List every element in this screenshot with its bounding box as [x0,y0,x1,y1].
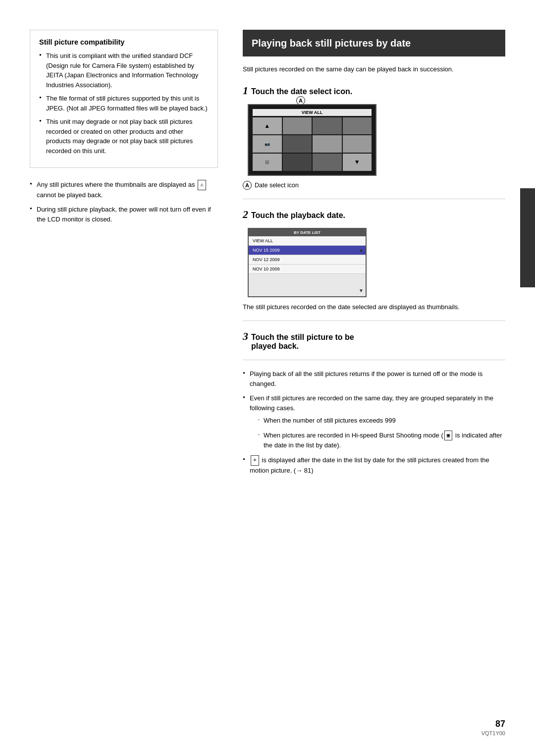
sub-note-2: When pictures are recorded in Hi-speed B… [258,431,505,450]
page-footer: 87 VQT1Y00 [482,719,505,736]
section-intro: Still pictures recorded on the same day … [243,64,505,74]
page-code: VQT1Y00 [482,730,505,736]
step-3-title: Touch the still picture to beplayed back… [251,333,354,351]
left-column: Still picture compatibility This unit is… [30,30,238,726]
thumb-nav-up: ▲ [253,117,282,135]
date-list-screen: BY DATE LIST ▲ VIEW ALL NOV 15 2009 NOV … [249,229,366,296]
step-1-number: 1 [243,84,248,97]
step-1-screen-wrapper: A VIEW ALL ▲ 📷 [243,104,381,176]
compat-bullet-2: The file format of still pictures suppor… [39,94,209,113]
compatibility-title: Still picture compatibility [39,38,209,46]
inline-icon-placeholder: ⚠ [198,180,206,190]
bottom-note-1: Playing back of all the still pictures r… [243,369,505,388]
compatibility-bullets: This unit is compliant with the unified … [39,51,209,156]
date-icon-label-row: A Date select icon [243,181,505,190]
compatibility-box: Still picture compatibility This unit is… [30,30,218,168]
date-list-view-all: VIEW ALL [249,236,366,246]
step-2-caption: The still pictures recorded on the date … [243,302,505,312]
motion-icon: + [251,455,259,466]
bottom-bullet-list: Playing back of all the still pictures r… [243,369,505,475]
date-list-nov15: NOV 15 2009 [249,246,366,255]
thumb-7 [283,154,312,171]
thumb-2 [313,117,342,135]
page-number: 87 [495,719,505,729]
thumb-icon-2: ▤ [253,154,282,171]
thumb-1 [283,117,312,135]
step-2-heading: 2 Touch the playback date. [243,208,505,221]
step-2-camera-screen: BY DATE LIST ▲ VIEW ALL NOV 15 2009 NOV … [248,228,367,297]
compat-bullet-3: This unit may degrade or not play back s… [39,117,209,156]
date-list-nov10: NOV 10 2009 [249,265,366,274]
step-3-heading: 3 Touch the still picture to beplayed ba… [243,330,505,351]
divider-3 [243,360,505,360]
label-a-ref: A [243,181,252,190]
thumb-6 [343,135,372,153]
thumb-icon-row: 📷 [253,135,282,153]
screen-inner-1: VIEW ALL ▲ 📷 ▤ [253,109,372,171]
step-1-title: Touch the date select icon. [251,87,352,96]
divider-1 [243,199,505,199]
thumbnail-grid: ▲ 📷 ▤ ▼ [253,117,372,171]
left-notes: Any still pictures where the thumbnails … [30,180,218,224]
right-column: Playing back still pictures by date Stil… [238,30,505,726]
thumb-3 [343,117,372,135]
sub-note-1: When the number of still pictures exceed… [258,416,505,426]
step-2-title: Touch the playback date. [251,211,345,220]
step-1-heading: 1 Touch the date select icon. [243,84,505,97]
page-container: Still picture compatibility This unit is… [0,0,535,756]
date-list-title: BY DATE LIST [249,229,366,236]
thumb-8 [313,154,342,171]
step-3-number: 3 [243,330,248,343]
thumb-5 [313,135,342,153]
thumb-4 [283,135,312,153]
step-2-number: 2 [243,208,248,221]
section-header: Playing back still pictures by date [243,30,505,56]
left-note-2: During still picture playback, the power… [30,205,218,224]
date-select-icon-label: Date select icon [255,182,299,189]
left-note-bullets: Any still pictures where the thumbnails … [30,180,218,224]
bottom-bullets: Playing back of all the still pictures r… [243,369,505,475]
thumb-nav-down: ▼ [343,154,372,171]
date-list-nov12: NOV 12 2009 [249,255,366,265]
compat-bullet-1: This unit is compliant with the unified … [39,51,209,90]
side-tab [520,188,535,287]
burst-icon: ▣ [444,431,453,441]
date-list-nav-down: ▼ [359,288,364,293]
left-note-1: Any still pictures where the thumbnails … [30,180,218,200]
bottom-note-3: + is displayed after the date in the lis… [243,455,505,475]
divider-2 [243,321,505,321]
date-list-nav-up: ▲ [359,247,364,253]
step-1-camera-screen: VIEW ALL ▲ 📷 ▤ [248,104,376,176]
sub-bullet-list: When the number of still pictures exceed… [250,416,505,450]
bottom-note-2: Even if still pictures are recorded on t… [243,393,505,450]
view-all-bar: VIEW ALL [253,109,372,116]
